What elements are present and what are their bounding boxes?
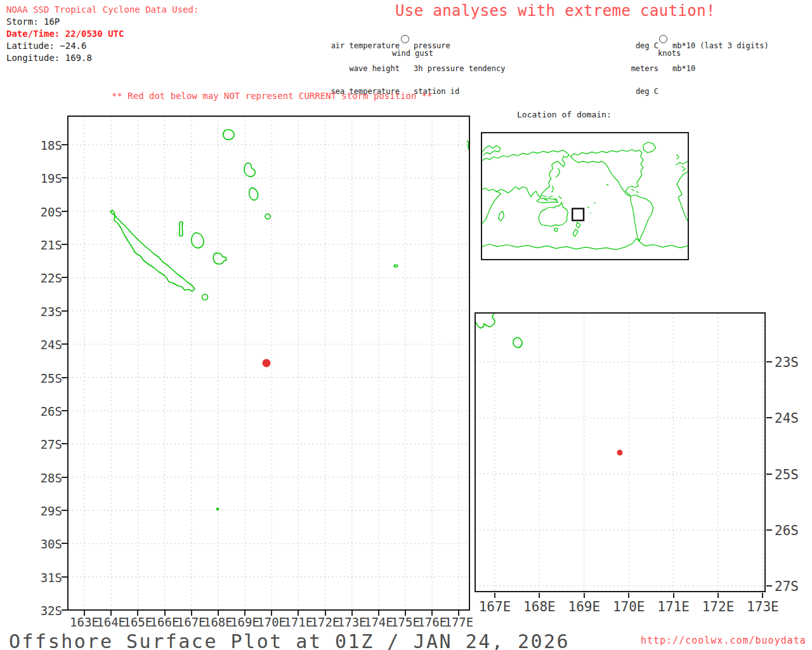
zoom-map-right-tick	[766, 585, 772, 587]
main-map-bottom-tick	[218, 611, 219, 616]
main-map-lat-label: 24S	[24, 338, 62, 352]
units-legend-knots: knots	[658, 50, 681, 57]
main-map-lon-label: 177E	[440, 615, 478, 629]
main-map-bottom-tick	[298, 611, 299, 616]
zoom-map-lat-label: 25S	[775, 467, 812, 482]
zoom-map-lat-label: 23S	[775, 355, 812, 370]
zoom-map-right-tick	[766, 417, 772, 418]
storm-info-source: NOAA SSD Tropical Cyclone Data Used:	[6, 4, 199, 16]
zoom-map-lon-label: 171E	[652, 599, 696, 614]
red-dot-warning: ** Red dot below may NOT represent CURRE…	[112, 91, 433, 101]
world-inset-map	[481, 132, 689, 260]
zoom-map-lon-label: 169E	[562, 599, 606, 614]
storm-dot-main	[263, 359, 271, 368]
main-map-lat-label: 27S	[24, 437, 62, 451]
main-map-left-tick	[62, 443, 67, 444]
main-map-bottom-tick	[84, 611, 85, 616]
main-map-bottom-tick	[164, 611, 166, 616]
main-map-lat-label: 30S	[24, 537, 62, 551]
zoom-map-bottom-tick	[628, 593, 629, 598]
zoom-map-bottom-tick	[762, 593, 763, 598]
main-map-canvas	[69, 117, 469, 609]
zoom-map-lat-label: 27S	[775, 579, 812, 594]
source-url: http://coolwx.com/buoydata	[641, 635, 806, 646]
zoom-map-lon-label: 172E	[696, 599, 740, 614]
main-map-lat-label: 25S	[24, 371, 62, 385]
offshore-surface-plot: NOAA SSD Tropical Cyclone Data Used: Sto…	[0, 0, 812, 650]
storm-info-block: NOAA SSD Tropical Cyclone Data Used: Sto…	[6, 4, 199, 64]
station-circle-icon	[401, 35, 409, 43]
main-map-bottom-tick	[191, 611, 192, 616]
main-map-lat-label: 32S	[24, 604, 62, 618]
main-map-lat-label: 31S	[24, 571, 62, 585]
main-map-bottom-tick	[137, 611, 138, 616]
zoom-map-lat-label: 24S	[775, 411, 812, 426]
main-map-left-tick	[62, 576, 67, 578]
station-legend-windgust: wind gust	[392, 50, 433, 57]
main-map-bottom-tick	[325, 611, 326, 616]
main-map-lat-label: 29S	[24, 504, 62, 518]
main-map-bottom-tick	[458, 611, 459, 616]
storm-info-longitude: Longitude: 169.8	[6, 52, 199, 64]
main-map-lat-label: 21S	[24, 238, 62, 252]
zoom-map-canvas	[476, 314, 764, 591]
main-map-bottom-tick	[405, 611, 406, 616]
main-map-left-tick	[62, 244, 67, 245]
main-map-lat-label: 26S	[24, 404, 62, 418]
main-map	[67, 116, 470, 611]
main-map-lat-label: 18S	[24, 138, 62, 152]
main-map-left-tick	[62, 410, 67, 411]
main-map-left-tick	[62, 477, 67, 478]
zoom-map	[475, 312, 766, 592]
main-map-left-tick	[62, 377, 67, 378]
storm-info-id: Storm: 16P	[6, 16, 199, 28]
main-map-lat-label: 19S	[24, 171, 62, 185]
main-map-left-tick	[62, 609, 67, 611]
zoom-map-right-tick	[766, 529, 772, 531]
main-map-left-tick	[62, 211, 67, 212]
main-map-left-tick	[62, 343, 67, 345]
main-map-left-tick	[62, 543, 67, 544]
main-map-lat-label: 23S	[24, 305, 62, 319]
storm-info-latitude: Latitude: −24.6	[6, 40, 199, 52]
zoom-map-lon-label: 168E	[517, 599, 561, 614]
zoom-map-bottom-tick	[584, 593, 585, 598]
main-map-bottom-tick	[351, 611, 353, 616]
zoom-map-right-tick	[766, 361, 772, 362]
world-coastlines	[482, 142, 688, 250]
inset-title: Location of domain:	[517, 110, 612, 119]
main-map-left-tick	[62, 177, 67, 178]
zoom-coastline	[476, 314, 522, 348]
zoom-map-lon-label: 170E	[606, 599, 651, 614]
storm-dot-zoom	[617, 450, 623, 456]
zoom-map-bottom-tick	[494, 593, 495, 598]
main-map-left-tick	[62, 277, 67, 278]
world-inset-canvas	[482, 133, 688, 259]
zoom-map-bottom-tick	[539, 593, 540, 598]
zoom-map-right-tick	[766, 474, 772, 475]
zoom-map-lon-label: 173E	[740, 599, 785, 614]
main-map-left-tick	[62, 510, 67, 511]
units-legend-left-col: deg C meters deg C	[590, 27, 658, 110]
caution-banner: Use analyses with extreme caution!	[395, 2, 716, 20]
main-map-bottom-tick	[431, 611, 433, 616]
norfolk-island-dot	[216, 508, 219, 510]
main-map-bottom-tick	[244, 611, 246, 616]
zoom-map-lat-label: 26S	[775, 523, 812, 538]
main-map-left-tick	[62, 144, 67, 145]
zoom-map-bottom-tick	[673, 593, 674, 598]
main-map-lat-label: 28S	[24, 471, 62, 485]
main-map-lat-label: 22S	[24, 271, 62, 285]
units-circle-icon	[659, 35, 667, 43]
main-map-bottom-tick	[378, 611, 379, 616]
main-map-bottom-tick	[271, 611, 272, 616]
main-map-bottom-tick	[110, 611, 112, 616]
domain-box	[572, 209, 584, 221]
new-caledonia-coastline	[110, 129, 469, 300]
main-map-left-tick	[62, 310, 67, 312]
zoom-map-lon-label: 167E	[473, 599, 517, 614]
storm-info-datetime: Date/Time: 22/0530 UTC	[6, 28, 199, 40]
zoom-map-bottom-tick	[717, 593, 719, 598]
plot-title: Offshore Surface Plot at 01Z / JAN 24, 2…	[9, 630, 570, 650]
main-map-lat-label: 20S	[24, 205, 62, 219]
